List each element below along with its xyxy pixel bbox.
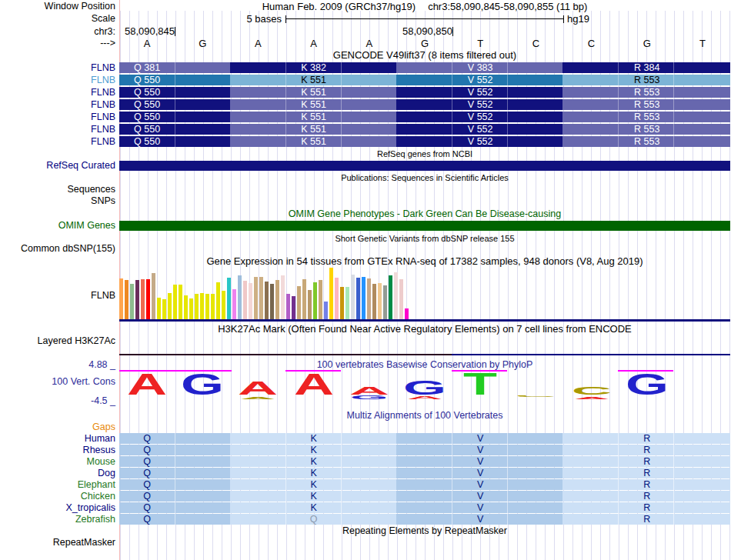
gencode-track-title[interactable]: GENCODE V49lift37 (8 items filtered out): [119, 49, 730, 62]
align-row[interactable]: QQVR: [119, 514, 730, 525]
align-species-label[interactable]: Rhesus: [0, 444, 115, 456]
sequences-label[interactable]: Sequences: [0, 183, 115, 195]
multiz-track-title[interactable]: Multiz Alignments of 100 Vertebrates: [119, 409, 730, 422]
gtex-tissue-bar[interactable]: [275, 280, 279, 319]
gtex-tissue-bar[interactable]: [189, 298, 193, 319]
gtex-tissue-bar[interactable]: [195, 294, 199, 319]
gtex-tissue-bar[interactable]: [162, 299, 166, 319]
gtex-tissue-bar[interactable]: [389, 275, 392, 319]
snps-label[interactable]: SNPs: [0, 195, 115, 207]
h3k27ac-track-title[interactable]: H3K27Ac Mark (Often Found Near Active Re…: [119, 323, 730, 335]
gtex-tissue-bar[interactable]: [146, 279, 150, 319]
align-row[interactable]: QKVR: [119, 479, 730, 490]
align-row[interactable]: QKVR: [119, 445, 730, 455]
phylop-track-label[interactable]: 100 Vert. Cons: [0, 375, 115, 388]
align-species-label[interactable]: Dog: [0, 467, 115, 479]
gtex-tissue-bar[interactable]: [222, 291, 225, 319]
gencode-item-row[interactable]: Q 550K 551V 552R 553: [119, 124, 730, 135]
gtex-tissue-bar[interactable]: [259, 277, 263, 319]
gencode-item-row[interactable]: Q 381K 382V 383R 384: [119, 62, 730, 73]
gencode-item-row[interactable]: Q 550K 551V 552R 553: [119, 99, 730, 110]
gtex-tissue-bar[interactable]: [254, 277, 258, 319]
gtex-tissue-bar[interactable]: [378, 283, 382, 319]
gtex-tissue-bar[interactable]: [356, 278, 360, 319]
gtex-tissue-bar[interactable]: [324, 302, 328, 319]
dbsnp-track-title[interactable]: Short Genetic Variants from dbSNP releas…: [119, 232, 730, 245]
gtex-tissue-bar[interactable]: [286, 294, 290, 319]
gtex-tissue-bar[interactable]: [232, 289, 236, 319]
align-row[interactable]: QKVR: [119, 502, 730, 513]
gtex-tissue-bar[interactable]: [405, 308, 409, 319]
gtex-tissue-bar[interactable]: [200, 293, 204, 319]
gtex-gene-label[interactable]: FLNB: [0, 289, 115, 302]
gtex-tissue-bar[interactable]: [313, 282, 317, 319]
gtex-tissue-bar[interactable]: [270, 284, 274, 319]
layered-h3k27ac-label[interactable]: Layered H3K27Ac: [0, 335, 115, 347]
align-species-label[interactable]: Chicken: [0, 490, 115, 502]
gtex-tissue-bar[interactable]: [227, 278, 231, 319]
gtex-tissue-bar[interactable]: [319, 280, 322, 319]
gencode-item-row[interactable]: Q 550K 551V 552R 553: [119, 136, 730, 147]
align-species-label[interactable]: Mouse: [0, 455, 115, 468]
omim-gene-bar[interactable]: [119, 221, 730, 231]
align-row[interactable]: QKVR: [119, 456, 730, 467]
repeatmasker-label[interactable]: RepeatMasker: [0, 536, 115, 548]
gtex-tissue-bar[interactable]: [329, 268, 333, 319]
gencode-item-label[interactable]: FLNB: [0, 62, 115, 74]
gtex-tissue-bar[interactable]: [119, 278, 123, 319]
gtex-tissue-bar[interactable]: [243, 281, 247, 319]
align-species-label[interactable]: Zebrafish: [0, 513, 115, 525]
gtex-tissue-bar[interactable]: [141, 279, 145, 319]
gencode-item-row[interactable]: Q 550K 551V 552R 553: [119, 75, 730, 85]
align-species-label[interactable]: Human: [0, 432, 115, 445]
gtex-tissue-bar[interactable]: [399, 279, 403, 319]
gtex-tissue-bar[interactable]: [335, 278, 339, 319]
gtex-track-title[interactable]: Gene Expression in 54 tissues from GTEx …: [119, 255, 730, 268]
gencode-item-label[interactable]: FLNB: [0, 98, 115, 111]
gtex-tissue-bar[interactable]: [362, 277, 366, 319]
align-row[interactable]: QKVR: [119, 468, 730, 478]
gtex-tissue-bar[interactable]: [308, 290, 312, 319]
phylop-track-title[interactable]: 100 vertebrates Basewise Conservation by…: [119, 358, 730, 371]
gtex-tissue-bar[interactable]: [367, 278, 371, 319]
refseq-track-title[interactable]: RefSeq genes from NCBI: [119, 148, 730, 160]
gencode-item-row[interactable]: Q 550K 551V 552R 553: [119, 87, 730, 98]
omim-track-title[interactable]: OMIM Gene Phenotypes - Dark Green Can Be…: [119, 208, 730, 220]
gtex-tissue-bar[interactable]: [205, 294, 209, 319]
gtex-tissue-bar[interactable]: [152, 273, 155, 319]
gencode-item-label[interactable]: FLNB: [0, 74, 115, 86]
gencode-item-label[interactable]: FLNB: [0, 123, 115, 135]
gtex-tissue-bar[interactable]: [292, 296, 295, 319]
gtex-tissue-bar[interactable]: [179, 285, 182, 319]
align-species-label[interactable]: Elephant: [0, 478, 115, 491]
gtex-tissue-bar[interactable]: [216, 282, 220, 319]
align-row[interactable]: QKVR: [119, 491, 730, 502]
gencode-item-label[interactable]: FLNB: [0, 86, 115, 98]
gtex-tissue-bar[interactable]: [249, 283, 252, 319]
gtex-tissue-bar[interactable]: [394, 272, 398, 319]
gaps-label[interactable]: Gaps: [0, 421, 115, 433]
gtex-tissue-bar[interactable]: [302, 279, 306, 319]
gtex-tissue-bar[interactable]: [184, 295, 188, 319]
gtex-tissue-bar[interactable]: [168, 293, 172, 319]
align-row[interactable]: QKVR: [119, 433, 730, 444]
gtex-tissue-bar[interactable]: [297, 286, 301, 319]
gtex-tissue-bar[interactable]: [383, 285, 387, 319]
gtex-tissue-bar[interactable]: [157, 298, 161, 319]
gencode-item-label[interactable]: FLNB: [0, 135, 115, 148]
align-species-label[interactable]: X_tropicalis: [0, 502, 115, 514]
gencode-item-row[interactable]: Q 550K 551V 552R 553: [119, 112, 730, 122]
gtex-tissue-bar[interactable]: [135, 280, 139, 319]
strand-arrow-label[interactable]: --->: [0, 37, 115, 49]
gtex-tissue-bar[interactable]: [125, 280, 129, 319]
gtex-tissue-bar[interactable]: [211, 294, 215, 319]
gencode-item-label[interactable]: FLNB: [0, 111, 115, 123]
omim-genes-label[interactable]: OMIM Genes: [0, 219, 115, 232]
gtex-tissue-bar[interactable]: [265, 282, 269, 319]
refseq-curated-label[interactable]: RefSeq Curated: [0, 159, 115, 172]
gtex-tissue-bar[interactable]: [238, 275, 242, 319]
gtex-tissue-bar[interactable]: [345, 287, 349, 319]
gtex-tissue-bar[interactable]: [340, 287, 344, 319]
gtex-tissue-bar[interactable]: [130, 284, 134, 319]
publications-track-title[interactable]: Publications: Sequences in Scientific Ar…: [119, 172, 730, 184]
